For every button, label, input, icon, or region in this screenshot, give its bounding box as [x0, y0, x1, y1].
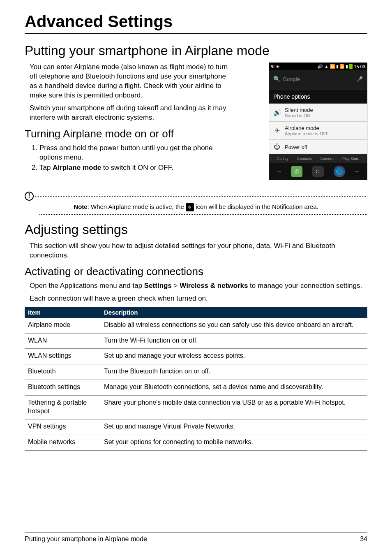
step-2: Tap Airplane mode to switch it ON or OFF… [39, 163, 227, 173]
p2-d: Wireless & networks [180, 282, 248, 290]
dash-line-bottom [39, 214, 367, 215]
cell-desc: Share your phone's mobile data connectio… [101, 395, 367, 419]
dock-dots-right: •• [355, 169, 359, 175]
cell-desc: Set up and manage your wireless access p… [101, 349, 367, 364]
th-item: Item [25, 307, 101, 318]
option-airplane-mode[interactable]: ✈ Airplane mode Airplane mode is OFF [269, 122, 367, 140]
search-icon: 🔍 [273, 76, 280, 82]
option-label: Power off [285, 144, 307, 150]
table-row: VPN settingsSet up and manage Virtual Pr… [25, 419, 367, 435]
table-row: Bluetooth settingsManage your Bluetooth … [25, 380, 367, 395]
cell-item: WLAN settings [25, 349, 101, 364]
cell-item: Bluetooth [25, 364, 101, 380]
table-row: WLAN settingsSet up and manage your wire… [25, 349, 367, 364]
table-row: Mobile networksSet your options for conn… [25, 435, 367, 451]
option-label: Silent mode [285, 107, 313, 113]
airplane-badge-icon: ✈ [186, 203, 194, 211]
chapter-title: Advanced Settings [25, 12, 367, 34]
phone-options-header: Phone options [269, 90, 367, 104]
dock-phone-icon[interactable]: ✆ [291, 166, 302, 177]
adjusting-p1: This section will show you how to adjust… [30, 241, 367, 260]
phone-dock-labels: Gallery Contacts Camera Play Store [269, 154, 367, 163]
mic-icon[interactable]: 🎤 [356, 76, 363, 82]
cell-desc: Disable all wireless connections so you … [101, 318, 367, 333]
footer-title: Putting your smartphone in Airplane mode [25, 535, 147, 543]
phone-status-bar: Ψ ⛯ 🔊 ▲ G ▮ G ▮ 15:03 [269, 63, 367, 70]
sound-icon: 🔊 [273, 109, 281, 116]
table-row: WLANTurn the Wi-Fi function on or off. [25, 333, 367, 349]
cell-desc: Set up and manage Virtual Private Networ… [101, 419, 367, 435]
activating-p1: Open the Applications menu and tap Setti… [30, 281, 367, 291]
phone-search-bar[interactable]: 🔍 Google 🎤 [269, 70, 367, 90]
table-row: BluetoothTurn the Bluetooth function on … [25, 364, 367, 380]
page-footer: Putting your smartphone in Airplane mode… [25, 533, 367, 543]
option-label: Airplane mode [285, 125, 329, 131]
dock-label: Gallery [277, 157, 289, 161]
signal-badge-2: G [340, 64, 345, 69]
cell-desc: Turn the Bluetooth function on or off. [101, 364, 367, 380]
subsection-activating: Activating or deactivating connections [25, 265, 367, 278]
power-icon: ⏻ [273, 143, 281, 151]
option-power-off[interactable]: ⏻ Power off [269, 140, 367, 154]
airplane-steps: Press and hold the power button until yo… [30, 144, 227, 173]
signal-bars-1-icon: ▮ [336, 64, 339, 69]
cell-desc: Turn the Wi-Fi function on or off. [101, 333, 367, 349]
p2-e: to manage your connection settings. [248, 282, 362, 290]
debug-icon: ⛯ [276, 64, 280, 69]
th-desc: Description [101, 307, 367, 318]
dock-browser-icon[interactable]: 🌐 [334, 166, 345, 177]
dock-label: Camera [321, 157, 334, 161]
step-2-bold: Airplane mode [53, 164, 101, 171]
note-block: ! Note: When Airplane mode is active, th… [25, 192, 367, 215]
airplane-icon: ✈ [273, 127, 281, 134]
airplane-intro-p1: You can enter Airplane mode (also known … [30, 63, 235, 100]
note-text-a: : When Airplane mode is active, the [88, 203, 186, 210]
option-sub: Sound is ON [285, 113, 313, 118]
signal-badge-1: G [330, 64, 335, 69]
signal-bars-2-icon: ▮ [346, 64, 348, 69]
p2-a: Open the Applications menu and tap [30, 282, 144, 290]
footer-page-number: 34 [360, 535, 367, 543]
dock-label: Contacts [297, 157, 312, 161]
dash-line-top [35, 196, 366, 197]
volume-icon: 🔊 [317, 64, 323, 69]
phone-dock-icons: •• ✆ ∷ 🌐 •• [269, 163, 367, 180]
cell-item: Mobile networks [25, 435, 101, 451]
p2-b: Settings [144, 282, 172, 290]
warning-icon: ! [25, 192, 34, 201]
activating-p2: Each connection will have a green check … [30, 294, 367, 303]
battery-icon [349, 64, 353, 69]
usb-icon: Ψ [271, 64, 274, 69]
dock-dots-left: •• [277, 169, 281, 175]
step-1: Press and hold the power button until yo… [39, 144, 227, 162]
status-time: 15:03 [354, 64, 365, 69]
table-row: Tethering & portable hotspotShare your p… [25, 395, 367, 419]
step-2-text-c: to switch it ON or OFF. [101, 164, 173, 171]
option-silent-mode[interactable]: 🔊 Silent mode Sound is ON [269, 104, 367, 122]
dock-label: Play Store [342, 157, 360, 161]
note-bold: Note [74, 203, 87, 210]
cell-item: WLAN [25, 333, 101, 349]
wifi-icon: ▲ [324, 64, 329, 69]
cell-item: Airplane mode [25, 318, 101, 333]
phone-screenshot: Ψ ⛯ 🔊 ▲ G ▮ G ▮ 15:03 🔍 Google 🎤 Phone o… [269, 63, 367, 180]
section-heading-adjusting: Adjusting settings [25, 222, 367, 237]
cell-item: Tethering & portable hotspot [25, 395, 101, 419]
airplane-intro-p2: Switch your smartphone off during takeof… [30, 104, 235, 123]
cell-item: VPN settings [25, 419, 101, 435]
settings-table: Item Description Airplane modeDisable al… [25, 307, 367, 451]
dock-apps-icon[interactable]: ∷ [312, 166, 324, 177]
cell-desc: Manage your Bluetooth connections, set a… [101, 380, 367, 395]
step-2-text-a: Tap [39, 164, 53, 171]
cell-item: Bluetooth settings [25, 380, 101, 395]
p2-c: > [172, 282, 180, 290]
cell-desc: Set your options for connecting to mobil… [101, 435, 367, 451]
section-heading-airplane: Putting your smartphone in Airplane mode [25, 43, 367, 58]
option-sub: Airplane mode is OFF [285, 131, 329, 136]
search-placeholder: Google [283, 76, 300, 82]
note-text-b: icon will be displayed in the Notificati… [194, 203, 318, 210]
table-row: Airplane modeDisable all wireless connec… [25, 318, 367, 333]
note-text: Note: When Airplane mode is active, the … [25, 203, 367, 211]
